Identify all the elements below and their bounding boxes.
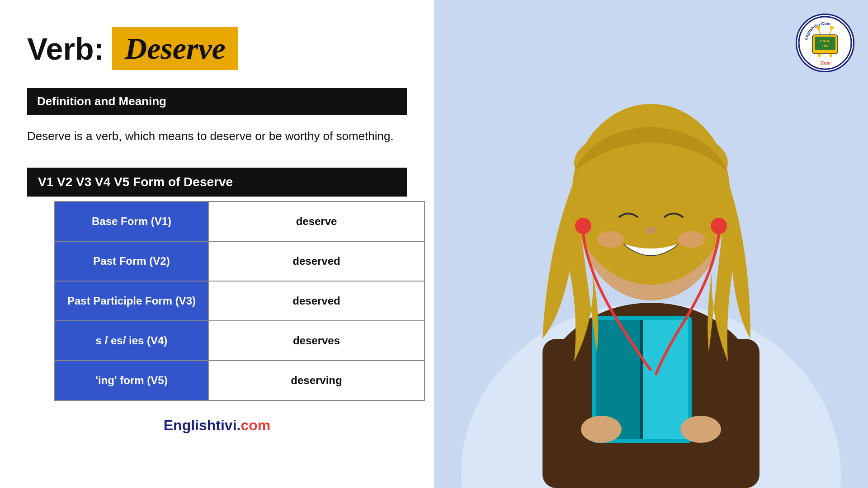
form-label-cell: 'ing' form (V5) [55, 361, 208, 400]
form-value-cell: deserving [208, 361, 425, 400]
title-row: Verb: Deserve [27, 27, 407, 70]
table-row: s / es/ ies (V4)deserves [55, 321, 425, 361]
logo-circle: Englishtivi.Com ENGL TIVI [796, 14, 854, 72]
svg-point-14 [646, 227, 656, 234]
form-label-cell: Past Participle Form (V3) [55, 281, 208, 321]
svg-point-8 [581, 416, 622, 443]
svg-rect-6 [643, 320, 688, 439]
form-label-cell: s / es/ ies (V4) [55, 321, 208, 361]
definition-heading: Definition and Meaning [27, 88, 407, 115]
form-label-cell: Past Form (V2) [55, 241, 208, 281]
table-row: 'ing' form (V5)deserving [55, 361, 425, 400]
svg-point-9 [680, 416, 721, 443]
svg-point-23 [816, 26, 820, 29]
form-label-cell: Base Form (V1) [55, 202, 208, 241]
table-row: Base Form (V1)deserve [55, 202, 425, 241]
forms-table: Base Form (V1)deservePast Form (V2)deser… [54, 201, 425, 401]
right-panel: Englishtivi.Com ENGL TIVI [434, 0, 868, 488]
brand-red-text: com [241, 417, 270, 433]
table-row: Past Form (V2)deserved [55, 241, 425, 281]
svg-point-17 [575, 218, 591, 234]
svg-point-18 [711, 218, 727, 234]
woman-image-placeholder [434, 0, 868, 488]
form-value-cell: deserve [208, 202, 425, 241]
forms-heading: V1 V2 V3 V4 V5 Form of Deserve [27, 168, 407, 197]
table-row: Past Participle Form (V3)deserved [55, 281, 425, 321]
svg-rect-30 [830, 54, 832, 57]
footer-brand: Englishtivi.com [27, 417, 407, 434]
svg-rect-7 [640, 320, 643, 439]
verb-word-highlight: Deserve [112, 27, 238, 70]
form-value-cell: deserved [208, 281, 425, 321]
form-value-cell: deserved [208, 241, 425, 281]
logo-svg: Englishtivi.Com ENGL TIVI [798, 16, 852, 70]
logo-inner: Englishtivi.Com ENGL TIVI [797, 15, 853, 71]
svg-text:TIVI: TIVI [822, 44, 829, 48]
svg-rect-29 [818, 54, 821, 57]
brand-dark-text: Englishtivi [164, 417, 237, 433]
svg-point-15 [597, 231, 624, 248]
svg-point-16 [678, 231, 705, 248]
form-value-cell: deserves [208, 321, 425, 361]
left-panel: Verb: Deserve Definition and Meaning Des… [0, 0, 434, 488]
svg-text:.Com: .Com [820, 61, 831, 66]
svg-text:ENGL: ENGL [820, 39, 830, 43]
definition-text: Deserve is a verb, which means to deserv… [27, 127, 407, 145]
woman-illustration [434, 0, 868, 488]
verb-prefix-label: Verb: [27, 31, 104, 66]
svg-point-24 [830, 26, 834, 29]
